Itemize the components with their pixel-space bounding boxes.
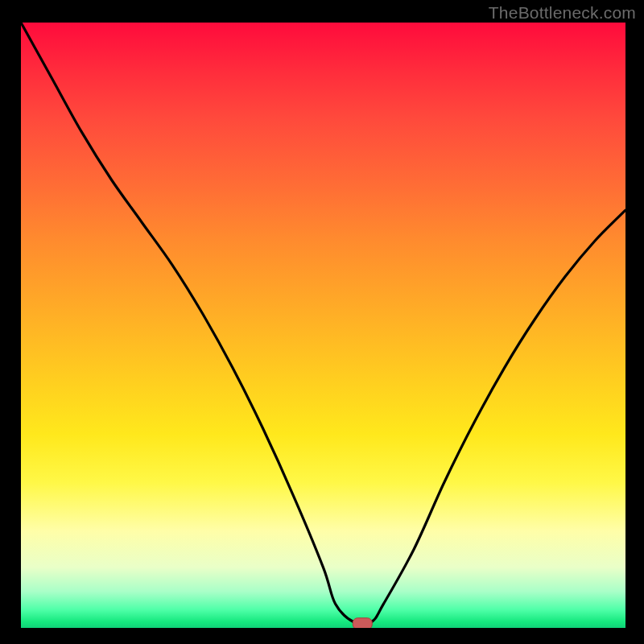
optimum-marker bbox=[353, 618, 372, 628]
plot-svg bbox=[21, 23, 625, 628]
bottleneck-curve bbox=[21, 23, 625, 624]
plot-area bbox=[21, 23, 625, 628]
chart-stage: TheBottleneck.com bbox=[0, 0, 644, 644]
watermark-text: TheBottleneck.com bbox=[489, 3, 636, 23]
